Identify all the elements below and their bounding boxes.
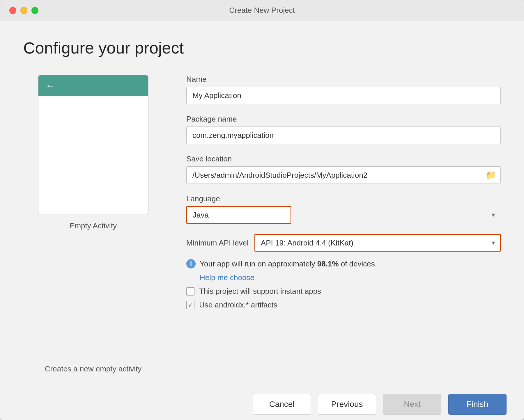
coverage-percent: 98.1% (317, 259, 339, 268)
instant-apps-row: This project will support instant apps (186, 287, 501, 296)
title-bar: Create New Project (0, 0, 524, 21)
window-title: Create New Project (229, 6, 295, 15)
name-label: Name (186, 75, 501, 84)
api-level-select[interactable]: API 19: Android 4.4 (KitKat) API 21: And… (254, 234, 501, 252)
api-select-wrapper: API 19: Android 4.4 (KitKat) API 21: And… (254, 234, 501, 252)
coverage-text: Your app will run on approximately 98.1%… (200, 259, 377, 268)
main-content: Configure your project ← Empty Activity … (0, 21, 524, 388)
info-section: i Your app will run on approximately 98.… (186, 259, 501, 309)
androidx-checkbox[interactable]: ✓ (186, 301, 194, 309)
androidx-row: ✓ Use androidx.* artifacts (186, 300, 501, 309)
traffic-lights (9, 7, 38, 14)
help-me-choose-link[interactable]: Help me choose (200, 273, 501, 282)
language-dropdown-arrow-icon: ▾ (492, 211, 495, 219)
cancel-button[interactable]: Cancel (253, 394, 311, 415)
content-area: ← Empty Activity Creates a new empty act… (23, 75, 501, 373)
previous-button[interactable]: Previous (318, 394, 376, 415)
save-location-input-wrapper: 📁 (186, 166, 501, 184)
back-arrow-icon: ← (45, 81, 55, 91)
androidx-label: Use androidx.* artifacts (199, 300, 277, 309)
language-select[interactable]: Java Kotlin (186, 206, 291, 224)
package-group: Package name (186, 115, 501, 144)
page-title: Configure your project (23, 38, 501, 57)
checkmark-icon: ✓ (188, 302, 193, 309)
close-button[interactable] (9, 7, 16, 14)
language-label: Language (186, 194, 501, 203)
coverage-row: i Your app will run on approximately 98.… (186, 259, 501, 268)
button-bar: Cancel Previous Next Finish (0, 388, 524, 420)
save-location-group: Save location 📁 (186, 154, 501, 184)
package-label: Package name (186, 115, 501, 124)
minimize-button[interactable] (20, 7, 27, 14)
api-level-group: Minimum API level API 19: Android 4.4 (K… (186, 234, 501, 252)
language-select-wrapper: Java Kotlin ▾ (186, 206, 501, 224)
phone-header: ← (38, 75, 148, 96)
api-level-row: Minimum API level API 19: Android 4.4 (K… (186, 234, 501, 252)
instant-apps-checkbox[interactable] (186, 287, 194, 296)
package-input[interactable] (186, 127, 501, 144)
save-location-input[interactable] (186, 166, 501, 184)
maximize-button[interactable] (31, 7, 38, 14)
name-input[interactable] (186, 87, 501, 104)
phone-preview: ← (38, 75, 148, 214)
instant-apps-label: This project will support instant apps (199, 287, 321, 296)
creates-label: Creates a new empty activity (45, 341, 141, 373)
folder-icon: 📁 (486, 170, 496, 180)
name-group: Name (186, 75, 501, 104)
next-button[interactable]: Next (383, 394, 441, 415)
left-panel: ← Empty Activity Creates a new empty act… (23, 75, 163, 373)
activity-label: Empty Activity (70, 221, 117, 230)
language-group: Language Java Kotlin ▾ (186, 194, 501, 224)
info-icon: i (186, 259, 196, 268)
api-level-label: Minimum API level (186, 239, 249, 248)
right-panel: Name Package name Save location 📁 (186, 75, 501, 373)
phone-body (38, 96, 148, 214)
finish-button[interactable]: Finish (448, 394, 507, 415)
save-location-label: Save location (186, 154, 501, 163)
window: Create New Project Configure your projec… (0, 0, 524, 420)
